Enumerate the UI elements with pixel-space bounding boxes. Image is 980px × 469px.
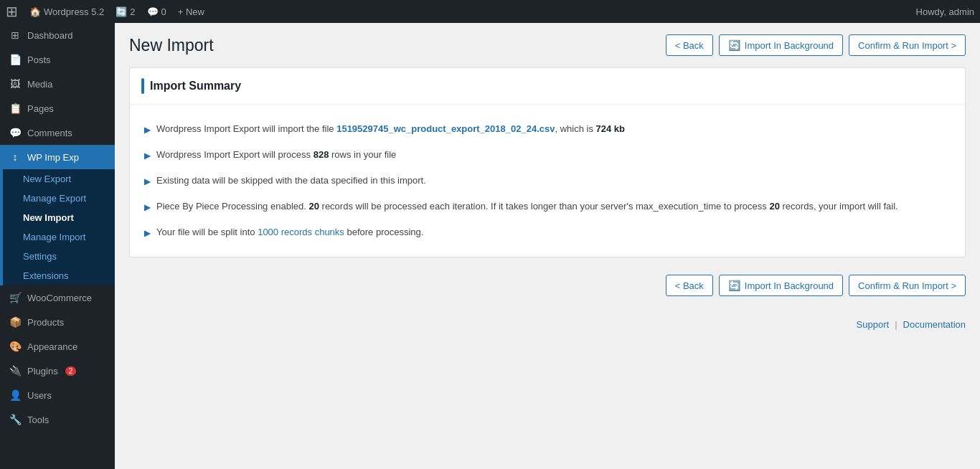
file-size: 724 kb (596, 123, 625, 134)
card-body: ▶ Wordpress Import Export will import th… (130, 105, 965, 257)
howdy-text: Howdy, admin (916, 6, 974, 17)
sidebar-item-appearance[interactable]: 🎨 Appearance (0, 334, 115, 359)
sidebar-item-products[interactable]: 📦 Products (0, 310, 115, 334)
support-link[interactable]: Support (857, 319, 890, 330)
summary-item-file: ▶ Wordpress Import Export will import th… (144, 116, 951, 142)
chevron-icon-2: ▶ (144, 149, 151, 162)
sidebar-sub-new-import[interactable]: New Import (3, 208, 115, 227)
confirm-run-button-bottom[interactable]: Confirm & Run Import > (849, 275, 966, 296)
sidebar-item-plugins[interactable]: 🔌 Plugins 2 (0, 359, 115, 383)
footer-separator: | (895, 319, 897, 330)
rows-count: 828 (314, 149, 329, 160)
back-button-bottom[interactable]: < Back (666, 275, 713, 296)
appearance-icon: 🎨 (9, 340, 22, 353)
sidebar-item-tools[interactable]: 🔧 Tools (0, 407, 115, 432)
sidebar-item-users[interactable]: 👤 Users (0, 383, 115, 407)
main-content: New Import < Back 🔄 Import In Background… (115, 23, 980, 469)
documentation-link[interactable]: Documentation (903, 319, 966, 330)
sidebar-sub-manage-export[interactable]: Manage Export (3, 189, 115, 208)
piece-count1: 20 (308, 201, 319, 212)
plugins-icon: 🔌 (9, 364, 22, 377)
woocommerce-icon: 🛒 (9, 291, 22, 304)
summary-item-piece: ▶ Piece By Piece Processing enabled. 20 … (144, 194, 951, 219)
comments-item[interactable]: 💬 0 (147, 6, 166, 17)
users-icon: 👤 (9, 389, 22, 402)
updates-item[interactable]: 🔄 2 (116, 6, 135, 17)
imp-exp-icon: ↕ (9, 151, 22, 164)
sidebar-item-dashboard[interactable]: ⊞ Dashboard (0, 23, 115, 47)
sidebar-sub-extensions[interactable]: Extensions (3, 266, 115, 285)
sidebar-sub-settings[interactable]: Settings (3, 247, 115, 266)
summary-item-skip: ▶ Existing data will be skipped with the… (144, 168, 951, 194)
chevron-icon-5: ▶ (144, 227, 151, 240)
sidebar-item-posts[interactable]: 📄 Posts (0, 47, 115, 72)
updates-icon: 🔄 (116, 6, 127, 17)
dashboard-icon: ⊞ (9, 29, 22, 42)
sidebar-item-wp-imp-exp[interactable]: ↕ WP Imp Exp (0, 145, 115, 169)
sidebar-item-comments[interactable]: 💬 Comments (0, 120, 115, 145)
bottom-buttons: < Back 🔄 Import In Background Confirm & … (129, 272, 966, 308)
header-bar (141, 78, 144, 94)
sidebar: ⊞ Dashboard 📄 Posts 🖼 Media 📋 Pages 💬 Co… (0, 23, 115, 469)
wp-logo: ⊞ (6, 3, 18, 20)
sidebar-sub-manage-import[interactable]: Manage Import (3, 227, 115, 247)
topbar: ⊞ 🏠 Wordpress 5.2 🔄 2 💬 0 + New Howdy, a… (0, 0, 980, 23)
site-name[interactable]: 🏠 Wordpress 5.2 (29, 6, 104, 17)
chevron-icon-3: ▶ (144, 175, 151, 188)
plugins-badge: 2 (65, 366, 77, 376)
piece-count2: 20 (769, 201, 779, 212)
chevron-icon-4: ▶ (144, 201, 151, 214)
header-buttons: < Back 🔄 Import In Background Confirm & … (666, 34, 966, 56)
pages-icon: 📋 (9, 102, 22, 115)
tools-icon: 🔧 (9, 413, 22, 426)
card-title: Import Summary (150, 80, 241, 93)
footer-links: Support | Documentation (129, 308, 966, 341)
sidebar-item-media[interactable]: 🖼 Media (0, 72, 115, 96)
confirm-run-button-top[interactable]: Confirm & Run Import > (849, 34, 966, 56)
import-background-button-bottom[interactable]: 🔄 Import In Background (719, 275, 843, 296)
sidebar-sub-new-export[interactable]: New Export (3, 169, 115, 189)
new-item[interactable]: + New (178, 6, 204, 17)
sidebar-item-pages[interactable]: 📋 Pages (0, 96, 115, 120)
chunk-highlight: 1000 records chunks (258, 227, 344, 237)
page-header: New Import < Back 🔄 Import In Background… (129, 34, 966, 56)
products-icon: 📦 (9, 316, 22, 328)
import-background-button-top[interactable]: 🔄 Import In Background (719, 34, 843, 56)
filename-text: 1519529745_wc_product_export_2018_02_24.… (336, 123, 555, 134)
plugin-submenu: New Export Manage Export New Import Mana… (0, 169, 115, 285)
posts-icon: 📄 (9, 53, 22, 66)
card-header: Import Summary (130, 68, 965, 105)
comments-sidebar-icon: 💬 (9, 126, 22, 139)
home-icon: 🏠 (29, 6, 41, 17)
sidebar-item-woocommerce[interactable]: 🛒 WooCommerce (0, 285, 115, 310)
chevron-icon-1: ▶ (144, 123, 151, 136)
refresh-icon-bottom: 🔄 (728, 280, 740, 291)
page-title: New Import (129, 36, 214, 55)
refresh-icon-top: 🔄 (728, 39, 740, 51)
import-summary-card: Import Summary ▶ Wordpress Import Export… (129, 67, 966, 257)
summary-item-rows: ▶ Wordpress Import Export will process 8… (144, 142, 951, 168)
back-button-top[interactable]: < Back (666, 34, 713, 56)
summary-item-chunk: ▶ Your file will be split into 1000 reco… (144, 219, 951, 245)
comments-icon: 💬 (147, 6, 159, 17)
media-icon: 🖼 (9, 77, 22, 90)
